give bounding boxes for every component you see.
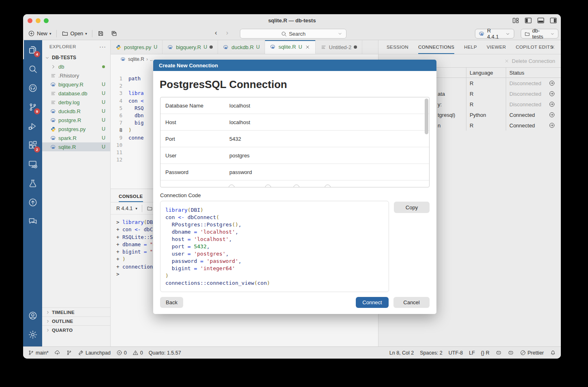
file-item-duckdb.R[interactable]: Rduckdb.RU <box>42 107 110 116</box>
section-timeline[interactable]: TIMELINE <box>42 307 110 316</box>
section-outline[interactable]: OUTLINE <box>42 316 110 325</box>
activity-item-account[interactable] <box>23 306 42 325</box>
folder-chevron-icon <box>45 328 50 333</box>
statusbar-item-ln-8-col-2[interactable]: Ln 8, Col 2 <box>389 350 414 356</box>
navigate-forward-icon[interactable]: › <box>226 29 229 37</box>
cancel-button[interactable]: Cancel <box>393 297 430 308</box>
open-button[interactable]: Open▾ <box>58 28 90 39</box>
field-value-input[interactable]: localhost <box>229 103 250 109</box>
project-selector[interactable]: db-tests <box>521 29 558 39</box>
file-item-postgre.R[interactable]: Rpostgre.RU <box>42 116 110 125</box>
open-connection-icon[interactable] <box>549 112 555 118</box>
panel-tab-help[interactable]: HELP <box>464 40 477 54</box>
save-all-button[interactable] <box>107 28 121 39</box>
editor-tab-sqlite.R[interactable]: Rsqlite.RU <box>265 40 315 54</box>
code-token: 'postgres' <box>194 251 225 257</box>
activity-item-remote-explorer[interactable] <box>23 155 42 174</box>
section-quarto[interactable]: QUARTO <box>42 325 110 334</box>
file-item-sqlite.R[interactable]: Rsqlite.RU <box>42 142 110 151</box>
radio-button[interactable] <box>325 185 331 187</box>
editor-tab-bigquery.R[interactable]: Rbigquery.RU <box>163 40 218 54</box>
file-item-spark.R[interactable]: Rspark.RU <box>42 133 110 142</box>
radio-button[interactable] <box>229 185 235 187</box>
code-token: = <box>194 265 200 271</box>
field-value-input[interactable]: 5432 <box>229 136 241 142</box>
statusbar-item-launchpad[interactable]: Launchpad <box>78 350 111 356</box>
save-button[interactable] <box>94 28 107 39</box>
activity-item-source-control[interactable]: 9 <box>23 97 42 116</box>
editor-tab-duckdb.R[interactable]: Rduckdb.RU <box>218 40 265 54</box>
scrollbar-thumb[interactable] <box>425 99 428 134</box>
statusbar-item-source-control[interactable] <box>66 350 72 356</box>
statusbar-item-bell[interactable] <box>550 350 556 356</box>
new-button[interactable]: New▾ <box>25 28 55 39</box>
close-tab-icon[interactable] <box>305 44 310 50</box>
file-item-.Rhistory[interactable]: .Rhistory <box>42 71 110 80</box>
file-item-database.db[interactable]: database.dbU <box>42 89 110 98</box>
toggle-sidebar-icon[interactable] <box>524 16 532 25</box>
file-name: db <box>58 64 64 70</box>
navigate-back-icon[interactable]: ‹ <box>215 29 217 37</box>
panel-tab-connections[interactable]: CONNECTIONS <box>418 40 454 54</box>
activity-item-testing-beaker[interactable] <box>23 174 42 193</box>
field-value-input[interactable]: postgres <box>229 153 250 159</box>
activity-item-comments[interactable] <box>23 212 42 231</box>
statusbar-item-copilot[interactable] <box>508 350 514 356</box>
activity-item-settings-gear[interactable] <box>23 325 42 344</box>
radio-button[interactable] <box>265 185 271 187</box>
toggle-secondary-sidebar-icon[interactable] <box>549 16 558 25</box>
statusbar-item--r[interactable]: {} R <box>481 350 490 356</box>
tree-root-db-tests[interactable]: DB-TESTS <box>42 53 110 62</box>
svg-text:R: R <box>225 46 227 49</box>
radio-button[interactable] <box>293 185 299 187</box>
activity-item-extensions[interactable]: 2 <box>23 135 42 155</box>
search-input[interactable]: Search <box>240 29 346 39</box>
statusbar-item-copilot[interactable] <box>496 350 502 356</box>
open-connection-icon[interactable] <box>549 122 555 129</box>
statusbar-item-prettier[interactable]: Prettier <box>520 350 544 356</box>
activity-item-search[interactable] <box>23 59 42 78</box>
statusbar-item-main-[interactable]: main* <box>28 350 49 356</box>
file-item-db[interactable]: db <box>42 62 110 71</box>
close-panel-icon[interactable] <box>550 44 556 50</box>
file-item-derby.log[interactable]: derby.logU <box>42 98 110 107</box>
file-item-postgres.py[interactable]: postgres.pyU <box>42 125 110 133</box>
toggle-panel-icon[interactable] <box>537 16 545 25</box>
activity-item-github[interactable] <box>23 78 42 97</box>
statusbar-item-lf[interactable]: LF <box>469 350 475 356</box>
connect-button[interactable]: Connect <box>356 297 389 308</box>
open-connection-icon[interactable] <box>549 80 555 86</box>
open-connection-icon[interactable] <box>549 101 555 108</box>
delete-connection-button[interactable]: Delete Connection <box>512 58 555 64</box>
activity-item-publish[interactable] <box>23 193 42 212</box>
panel-tab-copilot-edits[interactable]: COPILOT EDITS <box>516 40 554 54</box>
editor-tab-postgres.py[interactable]: postgres.pyU <box>111 40 163 54</box>
statusbar-item-0[interactable]: 0 <box>116 350 127 356</box>
panel-tab-session[interactable]: SESSION <box>387 40 408 54</box>
r-logo-icon: R <box>167 44 173 50</box>
tab-console[interactable]: CONSOLE <box>119 194 143 202</box>
activity-item-debug[interactable] <box>23 116 42 135</box>
save-icon <box>97 30 104 37</box>
activity-item-files[interactable]: 4 <box>23 40 42 59</box>
explorer-actions-icon[interactable]: ··· <box>99 43 106 50</box>
field-value-input[interactable]: localhost <box>229 119 250 125</box>
statusbar-item-spaces-2[interactable]: Spaces: 2 <box>420 350 443 356</box>
open-connection-icon[interactable] <box>549 90 555 97</box>
panel-tab-viewer[interactable]: VIEWER <box>487 40 506 54</box>
editor-tab-Untitled-2[interactable]: Untitled-2 <box>316 40 363 54</box>
back-button[interactable]: Back <box>160 297 183 308</box>
file-item-bigquery.R[interactable]: Rbigquery.RU <box>42 80 110 89</box>
copy-button[interactable]: Copy <box>394 202 430 213</box>
svg-text:R: R <box>52 137 54 140</box>
code-token: con <box>122 226 135 232</box>
form-scrollbar[interactable] <box>425 99 428 186</box>
field-value-input[interactable]: password <box>229 169 252 175</box>
statusbar-item-cloud-upload[interactable] <box>54 350 60 356</box>
statusbar-item-quarto-1-5-57[interactable]: Quarto: 1.5.57 <box>149 350 181 356</box>
customize-layout-icon[interactable] <box>511 16 520 25</box>
statusbar-item-utf-8[interactable]: UTF-8 <box>449 350 463 356</box>
statusbar-item-0[interactable]: 0 <box>133 350 143 356</box>
interpreter-selector[interactable]: R R 4.4.1 <box>475 29 514 39</box>
console-r-version[interactable]: R 4.4.1 <box>116 206 133 211</box>
